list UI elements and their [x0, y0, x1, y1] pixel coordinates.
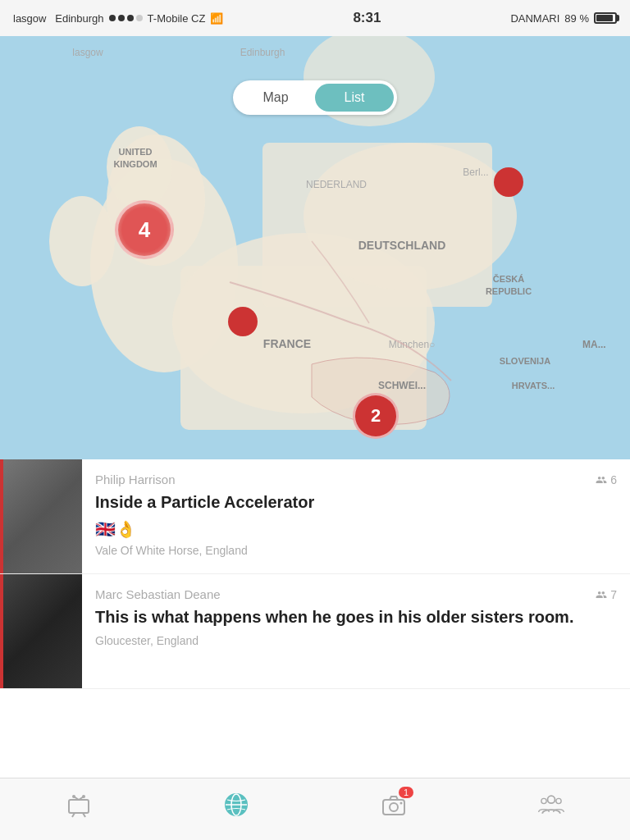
svg-text:REPUBLIC: REPUBLIC: [486, 286, 532, 296]
status-left: lasgow Edinburgh T-Mobile CZ 📶: [13, 12, 223, 25]
svg-text:HRVATS...: HRVATS...: [512, 381, 555, 390]
time-display: 8:31: [353, 10, 381, 26]
svg-text:UNITED: UNITED: [119, 147, 153, 157]
red-accent-bar-2: [0, 574, 3, 688]
bottom-nav: 1: [0, 778, 630, 840]
map-toggle-btn[interactable]: Map: [236, 84, 315, 112]
author-row-1: Philip Harrison 6: [95, 472, 617, 486]
berlin-pin[interactable]: [494, 167, 523, 197]
svg-text:SLOVENIJA: SLOVENIJA: [500, 356, 550, 366]
svg-point-39: [548, 796, 555, 803]
svg-text:NEDERLAND: NEDERLAND: [306, 179, 367, 190]
dot1: [109, 15, 116, 21]
map-area[interactable]: UNITED KINGDOM FRANCE DEUTSCHLAND NEDERL…: [0, 36, 630, 495]
svg-point-4: [49, 196, 115, 286]
red-accent-bar-1: [0, 459, 3, 573]
people-icon-1: [596, 474, 607, 486]
svg-text:MA...: MA...: [582, 339, 606, 350]
status-right: DANMARI 89 %: [510, 12, 617, 25]
svg-text:KINGDOM: KINGDOM: [113, 159, 157, 169]
list-item-2[interactable]: Marc Sebastian Deane 7 This is what happ…: [0, 574, 630, 689]
tv-icon: [64, 790, 94, 823]
wifi-icon: 📶: [210, 12, 223, 25]
thumb-image-1: [0, 459, 82, 573]
svg-point-38: [400, 801, 403, 804]
svg-point-41: [556, 798, 561, 803]
list-panel: Philip Harrison 6 Inside a Particle Acce…: [0, 459, 630, 778]
svg-point-32: [82, 795, 85, 798]
dot3: [127, 15, 134, 21]
carrier-name: T-Mobile CZ: [148, 12, 206, 25]
svg-text:ČESKÁ: ČESKÁ: [493, 274, 525, 284]
battery-fill: [596, 15, 613, 21]
svg-point-31: [72, 795, 75, 798]
item-title-2: This is what happens when he goes in his…: [95, 606, 617, 628]
author-row-2: Marc Sebastian Deane 7: [95, 587, 617, 601]
item-title-1: Inside a Particle Accelerator: [95, 491, 617, 513]
svg-text:FRANCE: FRANCE: [263, 337, 311, 350]
people-icon-2: [596, 589, 607, 600]
camera-badge: 1: [399, 787, 413, 798]
list-item[interactable]: Philip Harrison 6 Inside a Particle Acce…: [0, 459, 630, 574]
thumb-image-2: [0, 574, 82, 688]
paris-pin[interactable]: [228, 307, 258, 336]
author-name-2: Marc Sebastian Deane: [95, 587, 221, 601]
globe-icon: [221, 790, 251, 823]
author-name-1: Philip Harrison: [95, 472, 176, 486]
nav-item-people[interactable]: [536, 790, 566, 823]
item-location-2: Gloucester, England: [95, 634, 617, 647]
item-location-1: Vale Of White Horse, England: [95, 544, 617, 557]
svg-point-8: [304, 143, 517, 290]
svg-text:lasgow: lasgow: [72, 47, 103, 58]
status-bar: lasgow Edinburgh T-Mobile CZ 📶 8:31 DANM…: [0, 0, 630, 36]
signal-text: DANMARI: [510, 12, 559, 25]
battery-percent: 89 %: [564, 12, 589, 25]
nav-item-globe[interactable]: [221, 790, 251, 823]
svg-text:DEUTSCHLAND: DEUTSCHLAND: [358, 239, 446, 252]
nav-item-camera[interactable]: 1: [379, 790, 409, 823]
people-nav-icon: [536, 790, 566, 823]
item-thumbnail-1: [0, 459, 82, 573]
battery-bar: [594, 12, 617, 24]
svg-text:Berl...: Berl...: [463, 167, 488, 178]
svg-text:Edinburgh: Edinburgh: [240, 47, 285, 58]
signal-dots: [109, 15, 143, 21]
item-content-2: Marc Sebastian Deane 7 This is what happ…: [82, 574, 630, 688]
svg-point-40: [541, 798, 546, 803]
london-cluster-pin[interactable]: 4: [115, 200, 174, 259]
item-count-2: 7: [596, 588, 617, 601]
item-count-1: 6: [596, 473, 617, 486]
svg-rect-26: [69, 800, 89, 813]
nav-item-tv[interactable]: [64, 790, 94, 823]
svg-point-37: [390, 803, 398, 811]
dot4: [136, 15, 143, 21]
list-toggle-btn[interactable]: List: [315, 84, 394, 112]
map-list-toggle[interactable]: Map List: [233, 80, 397, 115]
dot2: [118, 15, 125, 21]
svg-text:SCHWEI...: SCHWEI...: [378, 380, 426, 391]
item-content-1: Philip Harrison 6 Inside a Particle Acce…: [82, 459, 630, 573]
swiss-cluster-pin[interactable]: 2: [353, 393, 399, 439]
item-flags-1: 🇬🇧👌: [95, 519, 617, 539]
carrier-text: lasgow Edinburgh: [13, 12, 104, 25]
item-thumbnail-2: [0, 574, 82, 688]
